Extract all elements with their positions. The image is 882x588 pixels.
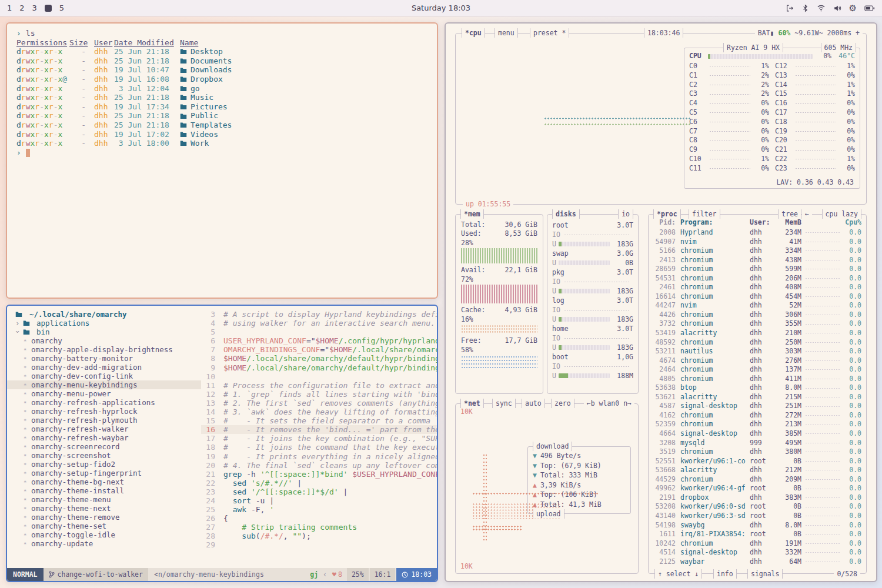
tree-folder[interactable]: ›applications (7, 319, 201, 328)
tab-menu[interactable]: menu (495, 28, 518, 38)
tab-net[interactable]: *net (460, 399, 484, 408)
process-row[interactable]: 3208mysqld999495M0.0 (649, 439, 866, 448)
process-row[interactable]: 4805chromiumdhh411M0.0 (649, 375, 866, 384)
process-row[interactable]: 2008Hyprlanddhh234M0.0 (649, 228, 866, 238)
tree-file[interactable]: ∗omarchy-toggle-idle (7, 530, 201, 539)
tree-file[interactable]: ∗omarchy-battery-monitor (7, 354, 201, 363)
process-row[interactable]: 3732chromiumdhh355M0.0 (649, 319, 866, 329)
workspace-active-indicator[interactable] (45, 5, 52, 12)
process-row[interactable]: 4162chromiumdhh272M0.0 (649, 411, 866, 420)
process-row[interactable]: 2125waybardhh64M0.0 (649, 557, 866, 567)
process-row[interactable]: 2461chromiumdhh408M0.0 (649, 283, 866, 292)
process-row[interactable]: 48592chromiumdhh250M0.0 (649, 338, 866, 348)
volume-icon[interactable] (833, 4, 841, 12)
tree-file[interactable]: ∗omarchy-dev-config-link (7, 372, 201, 380)
tree-file[interactable]: ∗omarchy-setup-fingerprint (7, 469, 201, 477)
process-row[interactable]: 4664signal-desktopdhh385M0.0 (649, 429, 866, 439)
logout-icon[interactable] (786, 4, 794, 12)
tab-auto[interactable]: auto (522, 399, 545, 408)
tab-tree[interactable]: tree (778, 209, 801, 219)
battery-icon[interactable] (864, 5, 875, 12)
btop-window[interactable]: *cpu menu preset * 18:03:46 BAT▮ 60% ~9.… (445, 22, 877, 582)
wifi-icon[interactable] (817, 4, 826, 12)
tab-proc[interactable]: *proc (653, 209, 681, 219)
git-branch[interactable]: change-wofi-to-walker (44, 568, 148, 581)
tree-file[interactable]: ∗omarchy-refresh-waybar (7, 433, 201, 442)
tree-file[interactable]: ∗omarchy-theme-set (7, 522, 201, 530)
process-row[interactable]: 53621alacrittydhh215M0.0 (649, 393, 866, 402)
process-row[interactable]: 43140kworker/u96:3-sdroot0B0.0 (649, 512, 866, 521)
process-row[interactable]: 2464chromiumdhh137M0.0 (649, 365, 866, 375)
workspace-button[interactable]: 5 (59, 4, 64, 12)
tab-disks[interactable]: disks (552, 209, 580, 219)
tree-file[interactable]: ∗omarchy-apple-display-brightness (7, 345, 201, 354)
tree-file[interactable]: ∗omarchy-menu-power (7, 389, 201, 398)
process-row[interactable]: 44529chromiumdhh209M0.0 (649, 475, 866, 485)
process-row[interactable]: 4514signal-desktopdhh332M0.0 (649, 548, 866, 557)
tab-sync[interactable]: sync (492, 399, 516, 408)
tree-file[interactable]: ∗omarchy-theme-menu (7, 495, 201, 504)
tab-preset[interactable]: preset * (530, 28, 569, 38)
sort-left-arrow-icon[interactable]: ← (802, 209, 812, 219)
process-row[interactable]: 53208kworker/u96:0-sdroot0B0.0 (649, 502, 866, 512)
process-row[interactable]: 52551kworker/u96:1-coroot0B0.0 (649, 457, 866, 466)
process-row[interactable]: 53638btopdhh8.0M0.0 (649, 383, 866, 393)
tree-file[interactable]: ∗omarchy-theme-bg-next (7, 477, 201, 486)
tree-file[interactable]: ∗omarchy-refresh-hyprlock (7, 407, 201, 416)
tree-file[interactable]: ∗omarchy-refresh-applications (7, 398, 201, 407)
process-row[interactable]: 53419alacrittydhh210M0.0 (649, 329, 866, 338)
tree-file[interactable]: ∗omarchy-menu-keybindings (7, 380, 201, 389)
process-row[interactable]: 54531chromiumdhh206M0.0 (649, 274, 866, 283)
tree-root[interactable]: ~/.local/share/omarchy (7, 310, 201, 319)
tree-file[interactable]: ∗omarchy-setup-fido2 (7, 460, 201, 469)
process-row[interactable]: 52359chromiumdhh213M0.0 (649, 420, 866, 429)
process-row[interactable]: 10242chromiumdhh191M0.0 (649, 539, 866, 549)
editor-window[interactable]: ~/.local/share/omarchy ›applications›bin… (6, 305, 438, 582)
process-row[interactable]: 49962kworker/u96:4-gfroot0B0.0 (649, 484, 866, 493)
process-row[interactable]: 54198swaybgdhh8.0M0.0 (649, 521, 866, 530)
workspace-button[interactable]: 2 (19, 4, 24, 12)
terminal-window[interactable]: › ls Permissions Size User Date Modified… (6, 22, 438, 299)
tab-mem[interactable]: *mem (460, 209, 484, 219)
process-row[interactable]: 3519chromiumdhh380M0.0 (649, 447, 866, 457)
tab-io[interactable]: io (618, 209, 633, 219)
tree-folder[interactable]: ›bin (7, 328, 201, 336)
bluetooth-icon[interactable] (801, 4, 809, 12)
workspace-button[interactable]: 1 (7, 4, 12, 12)
tab-zero[interactable]: zero (551, 399, 574, 408)
info-button[interactable]: info (713, 569, 737, 579)
process-row[interactable]: 54907nvimdhh41M0.0 (649, 238, 866, 247)
tree-file[interactable]: ∗omarchy-refresh-walker (7, 425, 201, 433)
tree-file[interactable]: ∗omarchy-dev-add-migration (7, 363, 201, 372)
tree-file[interactable]: ∗omarchy-theme-remove (7, 513, 201, 522)
process-row[interactable]: 2191dropboxdhh383M0.0 (649, 493, 866, 503)
tree-file[interactable]: ∗omarchy-theme-install (7, 486, 201, 495)
process-row[interactable]: 4426chromiumdhh306M0.0 (649, 310, 866, 320)
workspace-button[interactable]: 3 (32, 4, 37, 12)
tree-file[interactable]: ∗omarchy-theme-next (7, 504, 201, 513)
process-row[interactable]: 1611irq/81-PIXA3854:root0B0.0 (649, 530, 866, 539)
tree-file[interactable]: ∗omarchy (7, 336, 201, 345)
tree-file[interactable]: ∗omarchy-refresh-plymouth (7, 416, 201, 425)
tree-file[interactable]: ∗omarchy-update (7, 539, 201, 548)
tree-file[interactable]: ∗omarchy-screenshot (7, 451, 201, 460)
process-row[interactable]: 28659chromiumdhh599M0.0 (649, 265, 866, 274)
process-row[interactable]: 4587signal-desktopdhh251M0.0 (649, 402, 866, 411)
process-row[interactable]: 4674chromiumdhh276M0.0 (649, 356, 866, 366)
process-row[interactable]: 53211nautilusdhh303M0.0 (649, 347, 866, 356)
process-row[interactable]: 53668alacrittydhh212M0.0 (649, 466, 866, 475)
process-row[interactable]: 2413chromiumdhh438M0.0 (649, 256, 866, 265)
tab-sort-cpu-lazy[interactable]: cpu lazy (822, 209, 861, 219)
process-row[interactable]: 44247nvimdhh52M0.0 (649, 301, 866, 310)
shell-prompt-empty[interactable]: › (16, 148, 427, 158)
gear-icon[interactable]: ⚙ (849, 4, 857, 12)
code-panel[interactable]: 3# A script to display Hyprland keybindi… (201, 306, 437, 568)
tree-file[interactable]: ∗omarchy-screenrecord (7, 442, 201, 451)
tab-filter[interactable]: filter (689, 209, 720, 219)
tab-cpu[interactable]: *cpu (462, 28, 485, 38)
process-row[interactable]: 16614chromiumdhh454M0.0 (649, 292, 866, 302)
net-interface[interactable]: ←b wlan0 n→ (584, 399, 634, 408)
process-row[interactable]: 5166chromiumdhh334M0.0 (649, 246, 866, 256)
signals-button[interactable]: signals (747, 569, 783, 579)
select-hint[interactable]: ↑ select ↓ (654, 569, 702, 579)
